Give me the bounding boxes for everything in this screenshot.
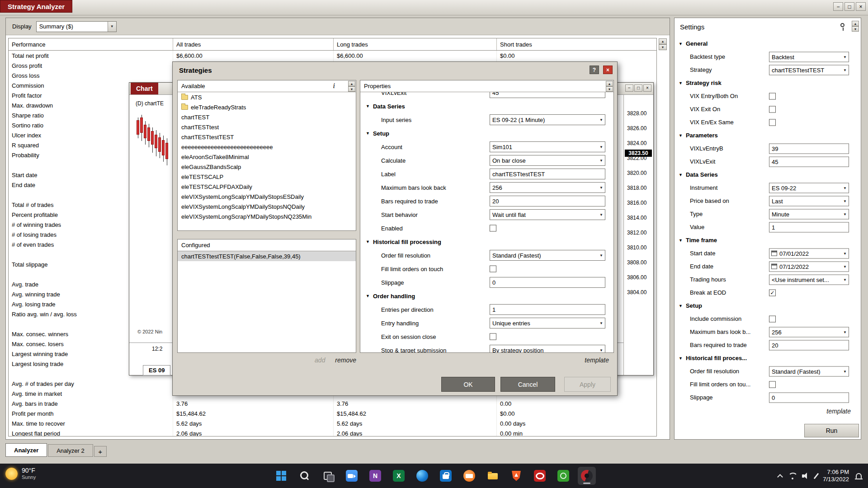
chart-restore-icon[interactable]: □ — [634, 84, 642, 92]
table-row[interactable]: Avg. bars in trade3.763.760.00 — [9, 399, 656, 408]
section-header[interactable]: ▼Parameters — [675, 129, 861, 142]
edge-button[interactable] — [413, 467, 431, 485]
chevron-up-icon[interactable] — [777, 474, 783, 480]
mail-button[interactable] — [460, 467, 478, 485]
field-dropdown[interactable]: 07/12/2022▼ — [769, 261, 849, 272]
settings-template-link[interactable]: template — [826, 408, 851, 415]
section-header[interactable]: ▼Historical fill processing — [360, 235, 613, 249]
strategy-item[interactable]: chartTESTtest — [178, 122, 356, 132]
field-dropdown[interactable]: 07/01/2022▼ — [769, 248, 849, 258]
checkbox[interactable] — [490, 266, 496, 272]
checkbox[interactable] — [769, 106, 776, 113]
strategy-item[interactable]: eleVIXSystemLongScalpYMDailyStopsESDaily — [178, 192, 356, 202]
pen-icon[interactable] — [814, 473, 819, 479]
column-header-long-trades[interactable]: Long trades — [334, 38, 497, 50]
field-dropdown[interactable]: 256▼ — [490, 182, 605, 193]
section-header[interactable]: ▼Historical fill proces... — [675, 352, 861, 365]
section-header[interactable]: ▼General — [675, 37, 861, 50]
field-dropdown[interactable]: Wait until flat▼ — [490, 209, 605, 220]
run-button[interactable]: Run — [804, 424, 859, 437]
strategy-item[interactable]: eleAroonSciTake8Minimal — [178, 152, 356, 162]
strategy-item[interactable]: chartTESTtestTEST — [178, 132, 356, 142]
chart-instrument-tab[interactable]: ES 09 — [143, 365, 170, 375]
scroll-down-icon[interactable]: ▼ — [348, 86, 355, 92]
field-dropdown[interactable]: Unique entries▼ — [490, 318, 605, 328]
checkbox[interactable] — [769, 381, 776, 388]
add-link[interactable]: add — [315, 357, 325, 364]
dialog-close-icon[interactable]: × — [603, 66, 613, 74]
field-dropdown[interactable]: 256▼ — [769, 327, 849, 337]
checkbox[interactable]: ✓ — [769, 289, 776, 296]
field-dropdown[interactable]: Standard (Fastest)▼ — [769, 366, 849, 376]
section-header[interactable]: ▼Setup — [675, 299, 861, 312]
help-icon[interactable]: ? — [590, 66, 599, 74]
text-field[interactable]: 0 — [490, 277, 605, 288]
strategy-item[interactable]: eleVIXSystemLongScalpYMDailyStopsNQDaily — [178, 202, 356, 211]
onenote-button[interactable]: N — [366, 467, 384, 485]
checkbox[interactable] — [490, 333, 496, 340]
section-header[interactable]: ▼Time frame — [675, 234, 861, 247]
pin-icon[interactable] — [840, 23, 844, 27]
excel-button[interactable]: X — [390, 467, 408, 485]
strategy-item[interactable]: eleGaussZBandsScalp — [178, 162, 356, 172]
field-dropdown[interactable]: <Use instrument set...▼ — [769, 274, 849, 285]
text-field[interactable]: 45 — [769, 156, 849, 167]
restore-icon[interactable]: □ — [844, 2, 854, 11]
ninjatrader-button[interactable] — [578, 467, 596, 485]
checkbox[interactable] — [490, 225, 496, 232]
configured-item[interactable]: chartTESTtestTEST(False,False,False,39,4… — [178, 251, 356, 261]
green-app-button[interactable] — [554, 467, 572, 485]
start-button[interactable] — [272, 467, 290, 485]
field-dropdown[interactable]: Minute▼ — [769, 209, 849, 219]
column-header-all-trades[interactable]: All trades — [173, 38, 334, 50]
strategy-item[interactable]: eeeeeeeeeeeeeeeeeeeeeeeeeeee — [178, 142, 356, 152]
checkbox[interactable] — [769, 119, 776, 126]
wifi-icon[interactable] — [788, 473, 796, 479]
field-dropdown[interactable]: ES 09-22 (1 Minute)▼ — [490, 114, 605, 125]
field-dropdown[interactable]: ES 09-22▼ — [769, 183, 849, 193]
checkbox[interactable] — [769, 93, 776, 99]
brave-button[interactable] — [507, 467, 525, 485]
acrobat-button[interactable] — [531, 467, 549, 485]
text-field[interactable]: 20 — [490, 196, 605, 206]
minimize-icon[interactable]: − — [833, 2, 843, 11]
section-header[interactable]: ▼Setup — [360, 127, 613, 140]
text-field[interactable]: 0 — [769, 392, 849, 403]
info-icon[interactable]: i — [333, 82, 335, 90]
store-button[interactable] — [437, 467, 455, 485]
text-field[interactable]: 1 — [490, 304, 605, 315]
template-link[interactable]: template — [585, 357, 609, 364]
clock[interactable]: 7:06 PM 7/13/2022 — [823, 469, 849, 483]
tab-analyzer[interactable]: Analyzer — [5, 443, 47, 457]
checkbox[interactable] — [769, 315, 776, 322]
close-icon[interactable]: × — [856, 2, 866, 11]
section-header[interactable]: ▼Data Series — [360, 99, 613, 113]
scroll-up-icon[interactable]: ▲ — [852, 21, 859, 26]
field-dropdown[interactable]: Sim101▼ — [490, 141, 605, 152]
column-header-short-trades[interactable]: Short trades — [497, 38, 656, 50]
chat-button[interactable] — [343, 467, 361, 485]
scroll-down-icon[interactable]: ▼ — [606, 86, 613, 92]
strategy-item[interactable]: eleVIXSystemLongScrapYMDailyStopsNQ235Mi… — [178, 211, 356, 221]
strategies-dialog-titlebar[interactable]: Strategies ? × — [173, 62, 617, 78]
field-dropdown[interactable]: chartTESTtestTEST▼ — [769, 65, 849, 75]
table-row[interactable]: Max. time to recover5.62 days5.62 days0.… — [9, 418, 656, 428]
add-tab-button[interactable]: + — [94, 446, 107, 457]
field-dropdown[interactable]: On bar close▼ — [490, 155, 605, 166]
display-dropdown[interactable]: Summary ($) ▼ — [36, 21, 117, 32]
scroll-up-icon[interactable]: ▲ — [659, 38, 667, 44]
table-row[interactable]: Total net profit$6,600.00$6,600.00$0.00 — [9, 51, 656, 61]
file-explorer-button[interactable] — [484, 467, 502, 485]
table-row[interactable]: Longest flat period2.06 days2.06 days0.0… — [9, 428, 656, 436]
strategy-item[interactable]: eleTESTSCALP — [178, 172, 356, 182]
chart-close-icon[interactable]: × — [643, 84, 651, 92]
weather-widget[interactable]: 90°F Sunny — [5, 467, 36, 480]
field-dropdown[interactable]: Backtest▼ — [769, 52, 849, 62]
field-dropdown[interactable]: Last▼ — [769, 196, 849, 206]
strategy-item[interactable]: chartTEST — [178, 112, 356, 122]
apply-button[interactable]: Apply — [564, 377, 611, 392]
text-field[interactable]: 39 — [769, 143, 849, 154]
scroll-down-icon[interactable]: ▼ — [852, 26, 859, 32]
folder-item[interactable]: ATS — [178, 92, 356, 102]
text-field[interactable]: 1 — [769, 222, 849, 232]
